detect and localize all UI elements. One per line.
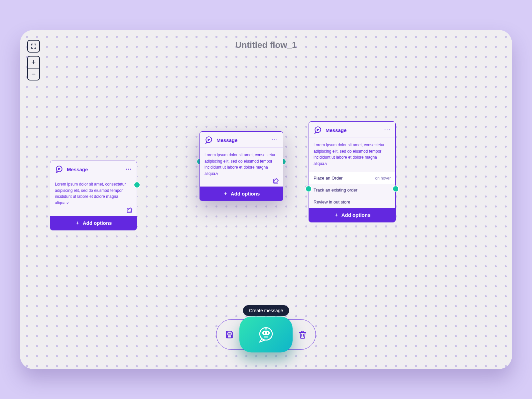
node-menu-button[interactable]: ··· <box>126 166 132 172</box>
node-body-text: Lorem ipsum dolor sit amet, consectetur … <box>55 182 126 205</box>
node-header: Message ··· <box>200 132 283 148</box>
bot-icon <box>256 325 276 344</box>
add-options-label: Add options <box>341 212 370 218</box>
svg-point-11 <box>265 328 267 329</box>
svg-point-9 <box>264 332 265 334</box>
zoom-control: + − <box>27 56 40 80</box>
node-menu-button[interactable]: ··· <box>384 127 391 133</box>
edit-button[interactable] <box>126 206 133 214</box>
plus-icon: ＋ <box>334 212 339 218</box>
edit-icon <box>272 177 280 185</box>
svg-rect-6 <box>227 335 232 338</box>
delete-button[interactable] <box>298 330 308 339</box>
message-icon <box>204 136 213 144</box>
node-body: Lorem ipsum dolor sit amet, consectetur … <box>200 148 283 187</box>
svg-point-2 <box>206 137 211 142</box>
plus-icon: ＋ <box>223 191 228 197</box>
node-body-text: Lorem ipsum dolor sit amet, consectetur … <box>204 153 275 176</box>
svg-point-4 <box>315 127 321 132</box>
option-label: Place an Order <box>314 176 342 181</box>
edit-icon <box>126 206 133 214</box>
zoom-in-button[interactable]: + <box>28 57 39 68</box>
message-node[interactable]: Message ··· Lorem ipsum dolor sit amet, … <box>50 161 137 230</box>
svg-rect-8 <box>262 331 270 335</box>
node-option[interactable]: Track an existing order <box>309 184 395 196</box>
node-body: Lorem ipsum dolor sit amet, consectetur … <box>309 138 395 172</box>
svg-rect-5 <box>228 331 231 333</box>
connection-port[interactable] <box>305 186 312 192</box>
option-label: Track an existing order <box>314 188 357 193</box>
edit-button[interactable] <box>272 177 280 185</box>
node-body-text: Lorem ipsum dolor sit amet, consectetur … <box>314 143 384 166</box>
connection-port[interactable] <box>392 186 399 192</box>
message-node[interactable]: Message ··· Lorem ipsum dolor sit amet, … <box>200 131 283 201</box>
plus-icon: ＋ <box>75 220 80 226</box>
node-body: Lorem ipsum dolor sit amet, consectetur … <box>50 177 137 216</box>
message-icon <box>314 126 322 134</box>
node-menu-button[interactable]: ··· <box>272 137 278 143</box>
option-label: Review in out store <box>314 200 350 204</box>
node-title: Message <box>216 137 269 143</box>
svg-point-10 <box>267 332 268 334</box>
canvas[interactable]: Untitled flow_1 + − Message ··· Lorem ip… <box>20 30 512 369</box>
zoom-out-button[interactable]: − <box>28 68 39 80</box>
fullscreen-icon <box>30 43 37 50</box>
node-header: Message ··· <box>309 122 395 138</box>
connection-port[interactable] <box>134 182 140 188</box>
add-options-button[interactable]: ＋ Add options <box>309 208 395 222</box>
node-option[interactable]: Review in out store <box>309 196 395 208</box>
fullscreen-button[interactable] <box>27 40 40 53</box>
node-title: Message <box>326 127 381 133</box>
plus-icon: + <box>32 59 36 66</box>
save-icon <box>224 330 234 339</box>
save-button[interactable] <box>224 330 234 339</box>
trash-icon <box>298 330 308 339</box>
add-options-button[interactable]: ＋ Add options <box>200 187 283 201</box>
message-node[interactable]: Message ··· Lorem ipsum dolor sit amet, … <box>309 121 396 222</box>
node-title: Message <box>67 167 122 172</box>
add-options-label: Add options <box>83 220 112 226</box>
flow-title[interactable]: Untitled flow_1 <box>20 40 512 50</box>
minus-icon: − <box>32 70 36 78</box>
hover-hint: on hover <box>375 176 391 181</box>
node-option[interactable]: Place an Order on hover <box>309 172 395 184</box>
create-message-tooltip: Create message <box>243 305 289 316</box>
message-icon <box>55 165 64 174</box>
node-header: Message ··· <box>50 161 137 177</box>
create-message-button[interactable] <box>239 317 293 352</box>
add-options-button[interactable]: ＋ Add options <box>50 216 137 230</box>
add-options-label: Add options <box>231 191 260 197</box>
